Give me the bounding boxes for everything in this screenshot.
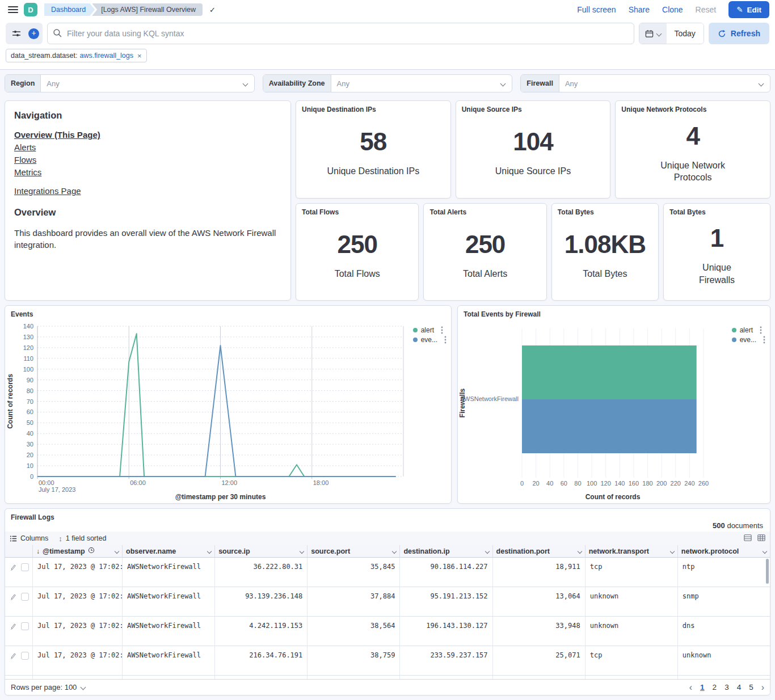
col-header-label: network.protocol xyxy=(681,547,739,555)
col-header-source-ip[interactable]: source.ip xyxy=(214,545,307,558)
hamburger-menu-icon[interactable] xyxy=(8,6,18,13)
expand-row-icon[interactable] xyxy=(9,593,17,602)
chevron-down-icon[interactable] xyxy=(115,549,119,553)
breadcrumb-current-page[interactable]: [Logs AWS] Firewall Overview xyxy=(92,3,203,16)
columns-button[interactable]: Columns xyxy=(10,534,48,542)
kql-search xyxy=(47,23,634,44)
expand-row-icon[interactable] xyxy=(9,622,17,632)
grid-view-icon[interactable] xyxy=(757,534,765,543)
col-header-timestamp[interactable]: ↓@timestamp xyxy=(32,545,122,558)
col-header-source-port[interactable]: source.port xyxy=(307,545,399,558)
saved-check-icon[interactable]: ✓ xyxy=(209,6,216,14)
svg-text:Count of records: Count of records xyxy=(6,374,14,429)
legend-item-eve[interactable]: eve... xyxy=(732,336,765,344)
svg-text:90: 90 xyxy=(27,377,33,383)
svg-text:18:00: 18:00 xyxy=(313,479,329,486)
control-label: Region xyxy=(5,75,41,92)
filter-pill-data-stream[interactable]: data_stream.dataset: aws.firewall_logs × xyxy=(6,49,147,62)
control-value: Any xyxy=(331,79,502,88)
share-button[interactable]: Share xyxy=(629,5,650,14)
legend-menu-icon[interactable] xyxy=(760,326,762,334)
logs-panel-title: Firewall Logs xyxy=(5,509,770,521)
log-row: Jul 17, 2023 @ 17:02:08.328AWSNetworkFir… xyxy=(5,646,770,676)
panel-metric-total-bytes-3: Total Bytes1Unique Firewalls xyxy=(663,203,770,301)
events-chart-canvas[interactable]: 010203040506070809010011012013014000:00J… xyxy=(5,321,451,503)
sort-fields-button[interactable]: ↕ 1 field sorted xyxy=(58,534,106,543)
edit-button[interactable]: ✎ Edit xyxy=(728,1,769,18)
chevron-down-icon[interactable] xyxy=(577,549,582,553)
row-checkbox[interactable] xyxy=(21,652,29,660)
today-button[interactable]: Today xyxy=(667,23,704,44)
chevron-down-icon[interactable] xyxy=(300,549,304,553)
dashboard-app-badge[interactable]: D xyxy=(24,3,37,16)
page-1[interactable]: 1 xyxy=(700,683,705,691)
calendar-button[interactable] xyxy=(639,23,667,44)
rows-per-page-button[interactable]: Rows per page: 100 xyxy=(11,683,85,691)
pagination-prev-icon[interactable]: ‹ xyxy=(689,682,692,693)
page-5[interactable]: 5 xyxy=(749,683,753,691)
grid-header-controls xyxy=(5,545,32,558)
nav-link-metrics[interactable]: Metrics xyxy=(14,167,281,177)
col-header-network-transport[interactable]: network.transport xyxy=(585,545,677,558)
nav-link-integrations-page[interactable]: Integrations Page xyxy=(14,186,281,196)
svg-text:0: 0 xyxy=(520,480,524,487)
filter-control-region[interactable]: RegionAny xyxy=(5,74,255,92)
svg-text:12:00: 12:00 xyxy=(222,479,238,486)
chevron-down-icon[interactable] xyxy=(392,549,397,553)
cell-observer-name: AWSNetworkFirewall xyxy=(122,558,214,587)
col-header-destination-ip[interactable]: destination.ip xyxy=(399,545,492,558)
nav-link-alerts[interactable]: Alerts xyxy=(14,142,281,152)
panel-metric-unique-source-ips-1: Unique Source IPs104Unique Source IPs xyxy=(456,100,611,199)
kql-search-input[interactable] xyxy=(47,23,634,44)
row-checkbox[interactable] xyxy=(21,593,29,601)
chevron-down-icon[interactable] xyxy=(763,549,767,553)
chevron-down-icon[interactable] xyxy=(670,549,675,553)
legend-item-alert[interactable]: alert xyxy=(413,326,447,334)
page-3[interactable]: 3 xyxy=(725,683,729,691)
svg-text:60: 60 xyxy=(27,408,33,415)
breadcrumb-dashboard[interactable]: Dashboard xyxy=(44,3,95,16)
legend-menu-icon[interactable] xyxy=(441,326,443,334)
grid-vertical-scrollbar[interactable] xyxy=(766,559,769,584)
firewall-chart-canvas[interactable]: 020406080100120140160180200220240260AWSN… xyxy=(458,321,770,503)
svg-text:Firewalls: Firewalls xyxy=(458,388,466,418)
legend-menu-icon[interactable] xyxy=(444,336,447,344)
nav-link-overview-this-page[interactable]: Overview (This Page) xyxy=(14,130,281,140)
expand-row-icon[interactable] xyxy=(9,563,17,573)
full-screen-button[interactable]: Full screen xyxy=(577,5,616,14)
legend-item-eve[interactable]: eve... xyxy=(413,336,447,344)
expand-row-icon[interactable] xyxy=(9,652,17,661)
col-header-label: source.ip xyxy=(218,547,250,555)
chevron-down-icon[interactable] xyxy=(485,549,489,553)
row-checkbox[interactable] xyxy=(21,563,29,571)
sort-desc-icon: ↓ xyxy=(36,547,40,555)
filter-pill-row: data_stream.dataset: aws.firewall_logs × xyxy=(6,49,769,62)
row-checkbox[interactable] xyxy=(21,622,29,630)
page-4[interactable]: 4 xyxy=(737,683,742,691)
metric-cards: Unique Destination IPs58Unique Destinati… xyxy=(296,100,770,301)
add-filter-icon[interactable]: + xyxy=(28,28,39,39)
svg-text:40: 40 xyxy=(27,430,33,437)
col-header-network-protocol[interactable]: network.protocol xyxy=(677,545,770,558)
page-2[interactable]: 2 xyxy=(713,683,717,691)
cell-destination-ip: 233.59.237.157 xyxy=(399,646,492,676)
nav-link-flows[interactable]: Flows xyxy=(14,155,281,165)
clone-button[interactable]: Clone xyxy=(662,5,683,14)
reset-button[interactable]: Reset xyxy=(696,5,717,14)
col-header-destination-port[interactable]: destination.port xyxy=(492,545,585,558)
legend-item-alert[interactable]: alert xyxy=(732,326,765,334)
filter-control-availability-zone[interactable]: Availability ZoneAny xyxy=(263,74,513,92)
col-header-observer-name[interactable]: observer.name xyxy=(122,545,214,558)
filter-sliders-icon[interactable] xyxy=(9,26,24,41)
cell-network-protocol: ntp xyxy=(677,558,770,587)
pagination-next-icon[interactable]: › xyxy=(761,682,764,693)
refresh-button[interactable]: Refresh xyxy=(709,23,769,44)
chevron-down-icon xyxy=(656,31,662,36)
cell-network-transport: unknown xyxy=(585,587,677,617)
legend-menu-icon[interactable] xyxy=(763,336,765,344)
filter-control-firewall[interactable]: FirewallAny xyxy=(520,74,770,92)
chevron-down-icon[interactable] xyxy=(207,549,212,553)
remove-filter-icon[interactable]: × xyxy=(137,52,142,60)
svg-text:220: 220 xyxy=(671,480,681,487)
row-height-icon[interactable] xyxy=(744,534,752,543)
